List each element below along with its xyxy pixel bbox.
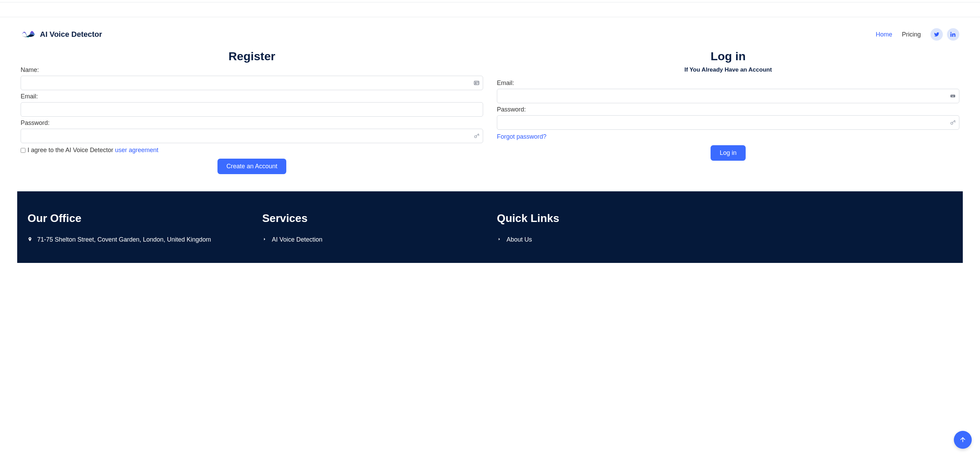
register-title: Register [21,49,483,63]
key-icon [950,119,956,126]
footer-links: Quick Links About Us [497,212,718,249]
footer-office-title: Our Office [27,212,248,225]
login-email-input[interactable] [497,89,959,103]
footer-link-item[interactable]: About Us [497,235,718,244]
id-card-icon [474,80,480,86]
key-icon [474,133,480,139]
agree-text: I agree to the AI Voice Detector [27,146,115,153]
svg-rect-8 [952,96,954,97]
footer-office: Our Office 71-75 Shelton Street, Covent … [27,212,248,249]
svg-rect-3 [950,95,955,97]
logo-icon [21,26,36,43]
footer-address: 71-75 Shelton Street, Covent Garden, Lon… [37,235,211,244]
nav: Home Pricing [876,28,959,41]
nav-pricing[interactable]: Pricing [902,31,921,38]
user-agreement-link[interactable]: user agreement [115,146,158,153]
register-name-input[interactable] [21,76,483,90]
login-email-label: Email: [497,80,959,87]
brand-name: AI Voice Detector [40,30,102,39]
login-button[interactable]: Log in [711,145,745,161]
svg-rect-7 [953,96,954,96]
keyboard-icon [950,93,956,99]
svg-rect-4 [951,96,952,96]
chevron-right-icon [262,235,267,244]
register-email-label: Email: [21,93,483,100]
nav-home[interactable]: Home [876,31,892,38]
register-email-input[interactable] [21,102,483,117]
brand[interactable]: AI Voice Detector [21,26,102,43]
login-password-label: Password: [497,106,959,113]
svg-point-1 [475,82,476,83]
footer-service-item[interactable]: AI Voice Detection [262,235,483,244]
svg-rect-6 [953,96,953,96]
login-subtitle: If You Already Have an Account [497,67,959,73]
footer-links-title: Quick Links [497,212,718,225]
footer-services-title: Services [262,212,483,225]
svg-rect-5 [952,96,953,96]
create-account-button[interactable]: Create an Account [218,159,286,174]
forgot-password-link[interactable]: Forgot password? [497,133,546,140]
footer-services: Services AI Voice Detection [262,212,483,249]
twitter-icon[interactable] [931,28,943,41]
login-panel: Log in If You Already Have an Account Em… [497,49,959,174]
register-password-input[interactable] [21,129,483,143]
login-password-input[interactable] [497,115,959,130]
footer: Our Office 71-75 Shelton Street, Covent … [17,191,963,263]
main: Register Name: Email: Password: I agree … [0,43,980,191]
register-password-label: Password: [21,119,483,127]
register-name-label: Name: [21,67,483,74]
agree-checkbox[interactable] [21,148,25,153]
register-panel: Register Name: Email: Password: I agree … [21,49,483,174]
header: AI Voice Detector Home Pricing [0,17,980,43]
location-icon [27,235,32,244]
login-title: Log in [497,49,959,63]
chevron-right-icon [497,235,502,244]
linkedin-icon[interactable] [947,28,959,41]
